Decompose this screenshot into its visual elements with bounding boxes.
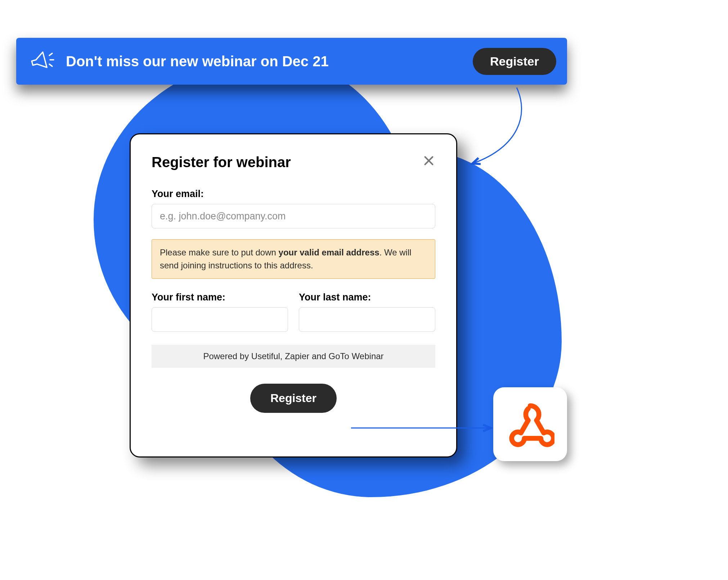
megaphone-icon [30, 48, 55, 74]
register-button[interactable]: Register [473, 48, 556, 75]
webhook-icon [506, 400, 554, 449]
modal-title: Register for webinar [152, 154, 291, 170]
notice-text-bold: your valid email address [279, 247, 379, 257]
first-name-input[interactable] [152, 307, 288, 332]
modal-header: Register for webinar [152, 154, 435, 170]
email-label: Your email: [152, 188, 435, 200]
svg-line-0 [49, 53, 52, 55]
register-modal: Register for webinar Your email: Please … [130, 133, 457, 458]
last-name-label: Your last name: [299, 292, 435, 303]
modal-footer: Register [152, 384, 435, 413]
powered-by-text: Powered by Usetiful, Zapier and GoTo Web… [152, 345, 435, 368]
close-icon[interactable] [422, 154, 435, 167]
email-input[interactable] [152, 204, 435, 228]
submit-register-button[interactable]: Register [250, 384, 337, 413]
announcement-banner: Don't miss our new webinar on Dec 21 Reg… [16, 38, 567, 85]
email-notice: Please make sure to put down your valid … [152, 239, 435, 279]
svg-line-2 [49, 64, 52, 66]
name-fields-row: Your first name: Your last name: [152, 292, 435, 332]
webhook-tile [493, 387, 567, 461]
notice-text-pre: Please make sure to put down [160, 247, 279, 257]
last-name-input[interactable] [299, 307, 435, 332]
banner-text: Don't miss our new webinar on Dec 21 [66, 53, 473, 70]
first-name-label: Your first name: [152, 292, 288, 303]
